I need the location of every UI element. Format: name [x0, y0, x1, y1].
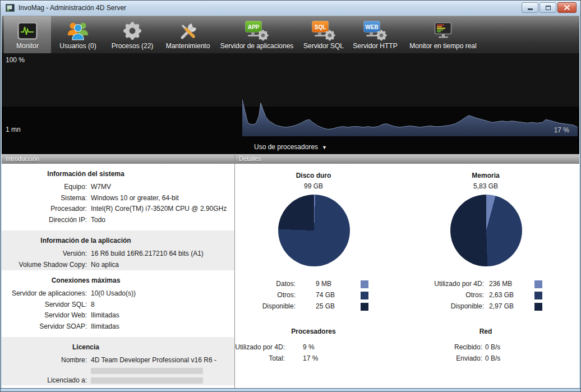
window-border-left: [0, 16, 2, 392]
stat-row-total: Total:17 %: [235, 353, 407, 365]
info-label: Volume Shadow Copy:: [2, 260, 87, 271]
info-row-equipo: Equipo:W7MV: [2, 182, 234, 193]
realtime-monitor-icon: [432, 20, 454, 42]
tab-label: Servidor de aplicaciones: [220, 42, 294, 50]
tools-icon: [177, 20, 199, 42]
right-panel-header: Detalles: [235, 154, 579, 164]
usage-area-chart: [242, 53, 578, 136]
details-panel: Disco duro99 GBDatos:9 MBOtros:74 GBDisp…: [235, 164, 579, 388]
section-title: Información de la aplicación: [2, 230, 170, 248]
panel-divider: [234, 154, 235, 388]
section-licencia: LicenciaNombre:4D Team Developer Profess…: [2, 337, 234, 385]
maximize-button[interactable]: [540, 2, 556, 13]
legend-color-swatch: [361, 292, 368, 299]
redacted-value-bar: [91, 377, 203, 384]
info-row-servidor-soap: Servidor SOAP:Ilimitadas: [2, 321, 234, 333]
info-value: [91, 375, 234, 386]
legend-label: Utilizado por 4D:: [434, 280, 484, 288]
tab-usuarios-0[interactable]: Usuarios (0): [51, 16, 105, 53]
tab-monitor[interactable]: Monitor: [4, 16, 51, 53]
tab-servidor-de-aplicaciones[interactable]: APP Servidor de aplicaciones: [216, 16, 298, 53]
close-button[interactable]: [557, 2, 577, 13]
info-value: Intel(R) Core(TM) i7-3520M CPU @ 2.90GHz: [91, 204, 234, 215]
info-row-procesador: Procesador:Intel(R) Core(TM) i7-3520M CP…: [2, 204, 234, 215]
stat-row-enviado: Enviado:0 B/s: [407, 353, 579, 365]
legend-label: Datos:: [276, 280, 296, 288]
info-label: Nombre:: [2, 355, 87, 375]
info-label: Equipo:: [2, 182, 87, 193]
legend-value: 2,97 GB: [489, 302, 514, 310]
legend-color-swatch: [534, 292, 542, 299]
info-label: Servidor de aplicaciones:: [2, 288, 87, 299]
tab-mantenimiento[interactable]: Mantenimiento: [160, 16, 216, 53]
legend-color-swatch: [534, 303, 542, 311]
stat-title: Procesadores: [235, 328, 392, 335]
section-title: Información del sistema: [2, 164, 170, 182]
stat-title: Red: [407, 328, 564, 335]
info-row-servidor-web: Servidor Web:Ilimitadas: [2, 310, 234, 321]
tab-procesos-22[interactable]: Procesos (22): [105, 16, 160, 53]
tab-monitor-en-tiempo-real[interactable]: Monitor en tiempo real: [401, 16, 485, 53]
info-label: Servidor Web:: [2, 310, 87, 321]
graph-source-selector[interactable]: Uso de procesadores ▼: [0, 140, 581, 154]
legend-value: 9 MB: [316, 280, 331, 288]
legend-label: Disponible:: [451, 302, 484, 310]
stat-title: Memoria: [407, 172, 564, 179]
graph-max-label: 100 %: [6, 56, 25, 64]
info-value: 10(0 Usado(s)): [91, 288, 234, 299]
info-row-sistema: Sistema:Windows 10 or greater, 64-bit: [2, 193, 234, 204]
tab-servidor-http[interactable]: WEB Servidor HTTP: [349, 16, 401, 53]
info-value: Ilimitadas: [91, 310, 234, 321]
selector-label: Uso de procesadores: [254, 143, 318, 151]
tab-label: Usuarios (0): [59, 42, 96, 50]
legend-row-datos: Datos:9 MB: [235, 279, 407, 290]
legend-row-disponible: Disponible:25 GB: [235, 301, 407, 312]
legend-label: Disponible:: [262, 302, 296, 310]
tab-servidor-sql[interactable]: SQL Servidor SQL: [298, 16, 349, 53]
legend-value: 236 MB: [489, 280, 512, 288]
info-row-versi-n: Versión:16 R6 build 16R6.217210 64 bits …: [2, 248, 234, 260]
tab-label: Monitor en tiempo real: [409, 42, 476, 50]
stat-total: 99 GB: [235, 182, 392, 190]
stat-column-memoria: Memoria5,83 GBUtilizado por 4D:236 MBOtr…: [407, 164, 579, 312]
section-informaci-n-de-la-aplicaci-n: Información de la aplicaciónVersión:16 R…: [2, 230, 234, 270]
graph-current-label: 17 %: [554, 126, 569, 134]
stat-title: Disco duro: [235, 172, 392, 179]
activity-monitor-icon: [17, 20, 38, 42]
legend-value: 25 GB: [316, 302, 335, 310]
web-server-icon: WEB: [362, 20, 388, 42]
graph-window-label: 1 mn: [6, 126, 21, 133]
info-row-nombre: Nombre:4D Team Developer Professional v1…: [2, 355, 234, 375]
info-row-servidor-sql: Servidor SQL:8: [2, 299, 234, 311]
legend-label: Otros:: [465, 291, 484, 299]
minimize-icon: [528, 8, 533, 10]
stat-row-utilizado-por-4d: Utilizado por 4D:9 %: [235, 342, 407, 353]
window-border-bottom: [0, 388, 581, 392]
legend: Utilizado por 4D:236 MBOtros:2,63 GBDisp…: [407, 279, 579, 312]
info-label: Licenciado a:: [2, 375, 87, 386]
processor-usage-graph: 100 % 1 mn 17 %: [0, 53, 581, 140]
legend: Datos:9 MBOtros:74 GBDisponible:25 GB: [235, 279, 407, 312]
svg-text:WEB: WEB: [365, 24, 378, 30]
svg-text:SQL: SQL: [315, 24, 326, 30]
minimize-button[interactable]: [522, 2, 538, 13]
info-label: Sistema:: [2, 193, 87, 204]
app-window: InvoMag - Administración 4D Server Monit…: [0, 0, 581, 392]
legend-row-disponible: Disponible:2,97 GB: [407, 301, 579, 312]
info-label: Procesador:: [2, 204, 87, 215]
section-informaci-n-del-sistema: Información del sistemaEquipo:W7MVSistem…: [2, 164, 234, 230]
info-value: 8: [91, 299, 234, 311]
left-panel-header: Introducción: [2, 154, 234, 164]
window-controls: [522, 2, 577, 13]
stat-value: 9 %: [303, 343, 315, 351]
stat-row-recibido: Recibido:0 B/s: [407, 342, 579, 353]
sql-server-icon: SQL: [311, 20, 336, 42]
info-value: No aplica: [91, 260, 234, 271]
info-label: Dirección IP:: [2, 215, 87, 226]
chevron-down-icon: ▼: [322, 145, 327, 150]
legend-row-otros: Otros:2,63 GB: [407, 290, 579, 301]
gear-icon: [122, 20, 142, 42]
section-conexiones-m-ximas: Conexiones máximasServidor de aplicacion…: [2, 270, 234, 337]
titlebar[interactable]: InvoMag - Administración 4D Server: [0, 0, 581, 16]
toolbar-tabs: Monitor Usuarios (0)Procesos (22) Manten…: [0, 16, 581, 53]
